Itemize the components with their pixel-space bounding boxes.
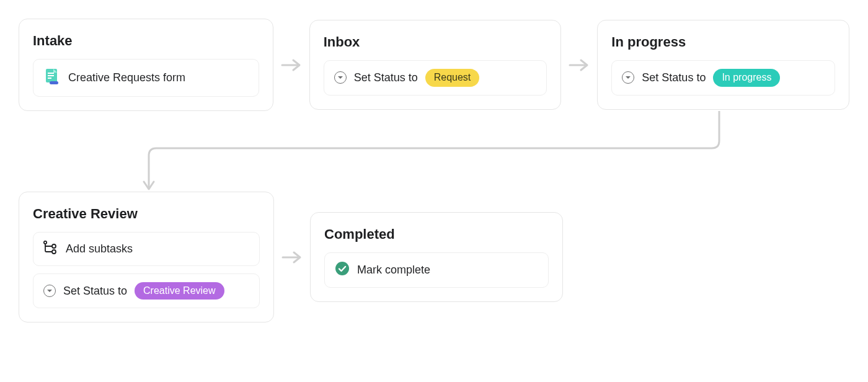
caret-down-circle-icon <box>334 71 347 84</box>
inbox-set-status-prefix: Set Status to <box>354 71 418 84</box>
stage-creative-review[interactable]: Creative Review Add subtasks Set Status … <box>19 192 274 322</box>
arrow-inbox-to-inprogress <box>561 58 597 73</box>
inbox-status-chip: Request <box>425 69 480 86</box>
inbox-set-status-action[interactable]: Set Status to Request <box>324 60 547 95</box>
connector-inprogress-to-review <box>19 111 849 192</box>
stage-in-progress[interactable]: In progress Set Status to In progress <box>597 20 849 109</box>
inprogress-set-status-action[interactable]: Set Status to In progress <box>611 60 835 95</box>
arrow-review-to-completed <box>274 250 310 265</box>
inprogress-status-chip: In progress <box>713 69 780 86</box>
stage-intake[interactable]: Intake Creative Requests form <box>19 19 273 111</box>
review-add-subtasks-label: Add subtasks <box>66 242 133 255</box>
svg-rect-3 <box>48 78 51 79</box>
intake-form-label: Creative Requests form <box>68 71 185 84</box>
completed-mark-complete-label: Mark complete <box>357 264 430 277</box>
stage-completed[interactable]: Completed Mark complete <box>310 212 563 302</box>
stage-completed-title: Completed <box>324 226 549 242</box>
caret-down-circle-icon <box>622 71 634 84</box>
stage-inbox[interactable]: Inbox Set Status to Request <box>309 20 562 109</box>
review-set-status-prefix: Set Status to <box>63 285 127 298</box>
form-icon <box>43 68 61 88</box>
stage-inbox-title: Inbox <box>324 34 547 50</box>
svg-point-7 <box>44 241 46 244</box>
review-set-status-action[interactable]: Set Status to Creative Review <box>33 273 260 308</box>
caret-down-circle-icon <box>43 285 56 297</box>
subtasks-icon <box>43 241 58 257</box>
svg-point-11 <box>335 262 349 275</box>
svg-point-8 <box>52 244 56 248</box>
svg-rect-2 <box>48 75 54 76</box>
svg-point-9 <box>52 250 56 254</box>
inprogress-set-status-prefix: Set Status to <box>642 71 706 84</box>
review-status-chip: Creative Review <box>135 282 224 300</box>
svg-rect-1 <box>48 73 54 74</box>
review-add-subtasks-action[interactable]: Add subtasks <box>33 232 260 266</box>
check-circle-icon <box>335 261 350 279</box>
workflow-row-2: Creative Review Add subtasks Set Status … <box>19 192 849 322</box>
arrow-intake-to-inbox <box>273 58 309 73</box>
completed-mark-complete-action[interactable]: Mark complete <box>324 252 549 288</box>
intake-form-action[interactable]: Creative Requests form <box>33 59 259 97</box>
workflow-row-1: Intake Creative Requests form Inbox <box>19 19 849 111</box>
stage-intake-title: Intake <box>33 33 259 49</box>
stage-creative-review-title: Creative Review <box>33 206 260 222</box>
stage-in-progress-title: In progress <box>611 34 835 50</box>
svg-rect-4 <box>50 81 58 84</box>
